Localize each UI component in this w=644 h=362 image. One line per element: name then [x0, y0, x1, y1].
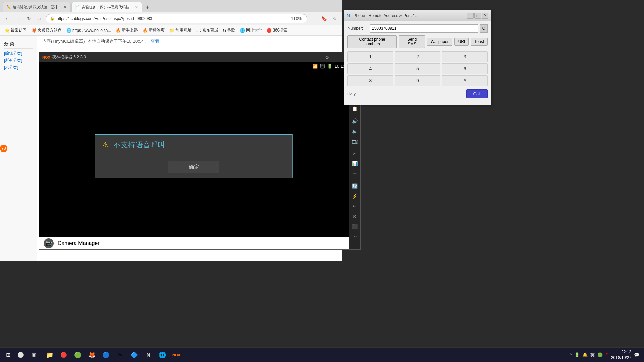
nox-tool-gps[interactable]: ⚡ — [350, 191, 359, 201]
key-2[interactable]: 2 — [395, 51, 441, 62]
key-9[interactable]: 9 — [395, 75, 441, 86]
taskbar-app-firefox[interactable]: 🦊 — [85, 349, 99, 361]
nox-tool-recent[interactable]: ⬛ — [350, 222, 359, 231]
nox-tool-rotate[interactable]: 🔄 — [350, 181, 359, 191]
nox-body: 📶 📳 🔋 10:13 ⚠ 不支持语音呼叫 确定 📷 Camera Man — [39, 62, 360, 249]
zoom-level: 110% — [290, 16, 303, 21]
phone-number-input[interactable] — [370, 24, 478, 33]
systray-battery[interactable]: 🔋 — [574, 352, 580, 357]
nox-tool-clipboard[interactable]: 📋 — [350, 104, 359, 113]
sidebar-link-uncategorized[interactable]: [未分类] — [4, 64, 33, 71]
browser-tabs: ✏️ 编辑随笔"第四次试验（还未... ✕ 📄 实验任务（四）---恶意代码技.… — [0, 0, 342, 12]
bookmark-google[interactable]: G 谷歌 — [221, 27, 237, 34]
nox-tool-multi[interactable]: ☰ — [350, 169, 359, 178]
systray-expand[interactable]: ^ — [570, 352, 572, 357]
url-text: https://i.cnblogs.com/EditPosts.aspx?pos… — [57, 16, 288, 21]
wallpaper-button[interactable]: Wallpaper — [427, 38, 452, 46]
nox-tool-shake[interactable]: ✂ — [350, 149, 359, 158]
bookmark-jd[interactable]: JD 京东商城 — [194, 27, 220, 34]
bookmark-button[interactable]: 🔖 — [319, 14, 329, 23]
camera-manager-title: Camera Manager — [58, 240, 100, 246]
back-button[interactable]: ← — [3, 14, 12, 23]
bookmark-star[interactable]: ☆ — [330, 14, 339, 23]
bookmark-common[interactable]: 📁 常用网址 — [167, 27, 194, 34]
taskbar-app-store[interactable]: 🔵 — [99, 349, 113, 361]
contact-numbers-button[interactable]: Contact phone numbers — [347, 35, 397, 48]
systray-bell[interactable]: 🔔 — [582, 352, 588, 357]
taskbar-app-diamond[interactable]: 🔷 — [127, 349, 141, 361]
phone-panel-close[interactable]: ✕ — [482, 13, 488, 19]
taskbar-apps: 📁 🔴 🟢 🦊 🔵 ✂ 🔷 N 🌐 NOX — [43, 349, 566, 361]
uri-button[interactable]: URI — [454, 38, 469, 46]
tab1-close[interactable]: ✕ — [63, 5, 67, 10]
taskbar-app-red[interactable]: 🔴 — [57, 349, 70, 361]
key-4[interactable]: 4 — [347, 63, 393, 74]
nox-screen[interactable]: 📶 📳 🔋 10:13 ⚠ 不支持语音呼叫 确定 📷 Camera Man — [39, 62, 349, 249]
nox-ok-button[interactable]: 确定 — [168, 161, 219, 173]
bookmark-wangzhi[interactable]: 🌐 网址大全 — [238, 27, 264, 34]
key-1[interactable]: 1 — [347, 51, 393, 62]
nox-tool-back[interactable]: ↩ — [350, 201, 359, 211]
nox-settings-button[interactable]: ⚙ — [323, 54, 331, 61]
nox-tool-volume-up[interactable]: 🔊 — [350, 116, 359, 126]
browser-tab-2[interactable]: 📄 实验任务（四）---恶意代码技... ✕ — [71, 2, 142, 12]
phone-panel-maximize[interactable]: □ — [474, 13, 481, 19]
toast-button[interactable]: Toast — [471, 38, 488, 46]
nox-tool-record[interactable]: 📊 — [350, 159, 359, 168]
home-button[interactable]: ⌂ — [35, 14, 44, 23]
call-button[interactable]: Call — [466, 89, 488, 98]
taskbar-app-browser[interactable]: 🌐 — [156, 349, 169, 361]
blog-editor-label: 内容(TinyMCE编辑器) — [42, 38, 85, 44]
blog-autosave-link[interactable]: 查看 — [151, 38, 159, 44]
new-tab-button[interactable]: + — [143, 3, 152, 12]
nox-tool-more[interactable]: ⋯ — [350, 232, 359, 241]
systray-green[interactable]: 🟢 — [597, 352, 603, 357]
nox-tool-home[interactable]: ⊙ — [350, 212, 359, 221]
key-5[interactable]: 5 — [395, 63, 441, 74]
nox-titlebar: NOX 夜神模拟器 6.2.3.0 ⚙ — □ ✕ — [39, 52, 360, 62]
key-3[interactable]: 3 — [442, 51, 488, 62]
more-button[interactable]: ··· — [309, 14, 318, 23]
address-bar[interactable]: 🔒 https://i.cnblogs.com/EditPosts.aspx?p… — [46, 14, 307, 23]
bookmark-newtab[interactable]: 🔥 新标签页 — [141, 27, 167, 34]
blog-autosave-info: 本地自动保存于下午10:10:54， — [88, 38, 148, 44]
sidebar-link-all[interactable]: [所有分类] — [4, 57, 33, 64]
systray-time: 78 22:13 2018/10/27 — [611, 349, 631, 361]
phone-panel: N Phone - Remote Address & Port: 1... — … — [344, 10, 491, 105]
tab1-title: 编辑随笔"第四次试验（还未... — [13, 5, 61, 10]
bookmark-360[interactable]: 🔴 360搜索 — [265, 27, 289, 34]
systray-language[interactable]: 英 — [590, 352, 595, 358]
start-button[interactable]: ⊞ — [2, 349, 14, 361]
phone-c-button[interactable]: C — [480, 24, 488, 33]
nox-tool-volume-down[interactable]: 🔉 — [350, 126, 359, 136]
bookmark-firefox[interactable]: 🦊 火狐官方站点 — [30, 27, 64, 34]
taskbar-search[interactable]: ⚪ — [15, 349, 27, 361]
nox-tool-screenshot[interactable]: 📷 — [350, 136, 359, 146]
browser-tab-1[interactable]: ✏️ 编辑随笔"第四次试验（还未... ✕ — [3, 2, 71, 12]
tab2-close[interactable]: ✕ — [135, 5, 138, 10]
taskbar-app-nox[interactable]: NOX — [170, 349, 183, 361]
key-6[interactable]: 6 — [442, 63, 488, 74]
phone-panel-body: Number: C Contact phone numbers Send SMS… — [344, 21, 491, 105]
taskbar-app-scissors[interactable]: ✂ — [113, 349, 127, 361]
taskbar-app-explorer[interactable]: 📁 — [43, 349, 56, 361]
taskbar-app-green[interactable]: 🟢 — [71, 349, 85, 361]
systray-wps[interactable]: S — [605, 352, 608, 357]
bookmark-frequent[interactable]: ⭐ 最常访问 — [3, 27, 29, 34]
tab2-title: 实验任务（四）---恶意代码技... — [82, 5, 132, 10]
refresh-button[interactable]: ↻ — [24, 14, 34, 23]
systray-notification[interactable]: 💬 — [634, 352, 639, 357]
sidebar-link-edit[interactable]: [编辑分类] — [4, 50, 33, 57]
wifi-icon: 📶 — [312, 64, 318, 69]
taskbar-app-n[interactable]: N — [142, 349, 155, 361]
send-sms-button[interactable]: Send SMS — [399, 35, 425, 48]
battery-icon: 🔋 — [327, 64, 332, 69]
key-8[interactable]: 8 — [347, 75, 393, 86]
key-hash[interactable]: # — [442, 75, 488, 86]
taskbar-task-view[interactable]: ▣ — [28, 349, 40, 361]
bookmark-helloisa[interactable]: 🌐 https://www.helloisa... — [64, 27, 113, 34]
phone-panel-minimize[interactable]: — — [467, 13, 474, 19]
nox-minimize-button[interactable]: — — [332, 54, 339, 61]
forward-button[interactable]: → — [13, 14, 23, 23]
bookmark-newbie[interactable]: 🔥 新手上路 — [114, 27, 140, 34]
